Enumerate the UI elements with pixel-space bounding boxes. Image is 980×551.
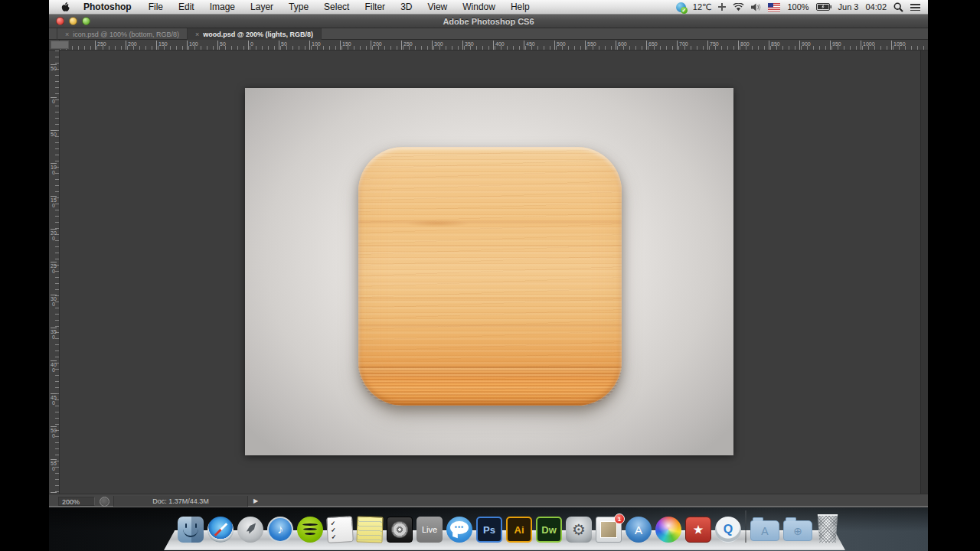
photoshop-title-bar[interactable]: Adobe Photoshop CS6: [49, 15, 928, 28]
menu-help[interactable]: Help: [503, 0, 537, 14]
desktop-background: ♪ ✓✓✓ Live ••• Ps Ai Dw ⚙ 1 A ★ Q A ⊕: [49, 507, 928, 551]
document-tab-bar: × icon.psd @ 100% (bottom, RGB/8) × wood…: [49, 28, 928, 40]
status-expand-arrow[interactable]: ▶: [250, 496, 262, 507]
time-label[interactable]: 04:02: [865, 2, 887, 11]
location-icon[interactable]: [718, 3, 726, 11]
menu-filter[interactable]: Filter: [357, 0, 393, 14]
dreamweaver-icon[interactable]: Dw: [536, 517, 562, 543]
document-status-bar: 200% Doc: 1.37M/44.3M ▶: [49, 494, 928, 507]
illustrator-icon[interactable]: Ai: [506, 517, 532, 543]
finder-icon[interactable]: [178, 517, 204, 543]
temperature-label[interactable]: 12℃: [693, 2, 712, 12]
tab-wood-psd[interactable]: × wood.psd @ 200% (lights, RGB/8): [188, 28, 322, 40]
close-tab-icon[interactable]: ×: [65, 31, 69, 38]
app-store-icon[interactable]: A: [626, 517, 652, 543]
tab-icon-psd[interactable]: × icon.psd @ 100% (bottom, RGB/8): [57, 28, 188, 40]
battery-percent-label[interactable]: 100%: [787, 2, 808, 11]
spotify-icon[interactable]: [297, 517, 323, 543]
messages-icon[interactable]: •••: [446, 517, 472, 543]
doc-size-info[interactable]: Doc: 1.37M/44.3M: [113, 496, 248, 507]
menu-type[interactable]: Type: [281, 0, 316, 14]
menu-items: Photoshop File Edit Image Layer Type Sel…: [49, 0, 537, 14]
system-preferences-icon[interactable]: ⚙: [566, 517, 592, 543]
battery-icon[interactable]: [816, 3, 831, 11]
tab-label: wood.psd @ 200% (lights, RGB/8): [203, 31, 313, 38]
network-folder-icon[interactable]: ⊕: [783, 520, 812, 541]
launchpad-icon[interactable]: [237, 517, 263, 543]
document-canvas[interactable]: [245, 88, 733, 455]
menu-image[interactable]: Image: [202, 0, 243, 14]
menu-select[interactable]: Select: [316, 0, 357, 14]
dock: ♪ ✓✓✓ Live ••• Ps Ai Dw ⚙ 1 A ★ Q A ⊕: [178, 510, 839, 543]
wunderlist-icon[interactable]: ★: [685, 517, 711, 543]
mail-icon[interactable]: 1: [596, 517, 622, 543]
quicktime-icon[interactable]: Q: [715, 517, 741, 543]
menu-window[interactable]: Window: [455, 0, 503, 14]
wifi-icon[interactable]: [733, 3, 744, 11]
wood-board-highlight: [358, 147, 622, 406]
reminders-icon[interactable]: ✓✓✓: [326, 516, 354, 543]
ableton-live-icon[interactable]: Live: [416, 517, 443, 543]
tab-label: icon.psd @ 100% (bottom, RGB/8): [73, 31, 179, 38]
ruler-origin-box[interactable]: [51, 41, 69, 49]
notification-list-icon[interactable]: [910, 4, 920, 11]
volume-icon[interactable]: [751, 3, 761, 11]
keyboard-flag-icon[interactable]: [768, 3, 780, 11]
spotlight-icon[interactable]: [893, 2, 903, 12]
menu-view[interactable]: View: [420, 0, 455, 14]
dock-separator: [745, 510, 746, 543]
horizontal-ruler[interactable]: 2502001501005005010015020025030035040045…: [60, 40, 928, 51]
safari-icon[interactable]: [207, 517, 234, 543]
itunes-icon[interactable]: ♪: [267, 517, 293, 543]
menu-edit[interactable]: Edit: [171, 0, 202, 14]
trash-icon[interactable]: [816, 514, 839, 543]
menu-layer[interactable]: Layer: [243, 0, 281, 14]
applications-folder-icon[interactable]: A: [750, 520, 779, 541]
menu-status-area: ✓ 12℃: [676, 2, 928, 12]
vinyl-record-app-icon[interactable]: [387, 517, 413, 543]
wood-board-artwork: [358, 147, 622, 406]
letterbox-right: [928, 0, 980, 551]
photoshop-dock-icon[interactable]: Ps: [476, 517, 502, 543]
zoom-level-field[interactable]: 200%: [58, 497, 95, 506]
weather-icon[interactable]: ✓: [676, 2, 686, 12]
date-label[interactable]: Jun 3: [838, 2, 859, 11]
apple-menu[interactable]: [55, 2, 74, 13]
screen: Photoshop File Edit Image Layer Type Sel…: [0, 0, 980, 551]
stickies-icon[interactable]: [356, 516, 383, 543]
apple-logo-icon: [60, 2, 70, 13]
vertical-ruler[interactable]: 50050100150200250300350400450500550600: [49, 51, 60, 494]
macos-menu-bar: Photoshop File Edit Image Layer Type Sel…: [49, 0, 928, 15]
mail-badge: 1: [614, 514, 625, 524]
desktop-content: Photoshop File Edit Image Layer Type Sel…: [49, 0, 928, 551]
window-title: Adobe Photoshop CS6: [49, 17, 928, 26]
sync-status-icon[interactable]: [100, 497, 109, 507]
menu-photoshop[interactable]: Photoshop: [74, 0, 141, 14]
letterbox-left: [0, 0, 49, 551]
close-tab-icon[interactable]: ×: [195, 31, 199, 38]
window-right-edge: [920, 51, 928, 494]
dvd-player-icon[interactable]: [655, 517, 681, 543]
menu-3d[interactable]: 3D: [393, 0, 420, 14]
menu-file[interactable]: File: [141, 0, 171, 14]
canvas-workspace[interactable]: [60, 51, 928, 494]
